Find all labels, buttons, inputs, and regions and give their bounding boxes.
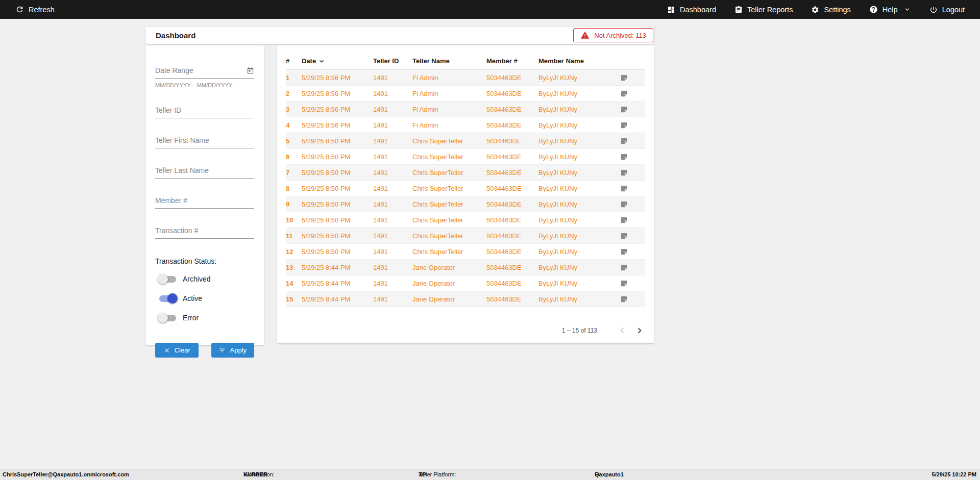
col-teller-id: Teller ID	[373, 57, 412, 65]
row-member-number: 5034463DE	[486, 90, 538, 97]
teller-id-input[interactable]	[155, 103, 254, 118]
table-header: # Date Teller ID Teller Name Member # Me…	[286, 53, 645, 70]
table-row[interactable]: 11 5/29/25 8:50 PM 1491 Chris SuperTelle…	[286, 228, 645, 244]
row-member-name: ByLyJI KUNy	[538, 106, 620, 113]
row-number: 14	[286, 280, 302, 287]
table-body: 1 5/29/25 8:56 PM 1491 Fi Admin 5034463D…	[286, 70, 645, 307]
table-row[interactable]: 2 5/29/25 8:56 PM 1491 Fi Admin 5034463D…	[286, 86, 645, 102]
col-date-label: Date	[302, 57, 316, 65]
nav-help[interactable]: Help	[869, 5, 911, 14]
page-title: Dashboard	[156, 31, 195, 40]
table-row[interactable]: 13 5/29/25 8:44 PM 1491 Jane Operator 50…	[286, 260, 645, 275]
statusbar-datetime: 5/29/25 10:22 PM	[932, 469, 976, 480]
teller-last-name-input[interactable]	[155, 163, 254, 179]
filter-icon	[218, 347, 226, 354]
toggle-row-archived: Archived	[155, 273, 254, 285]
col-member-name: Member Name	[538, 57, 620, 65]
table-row[interactable]: 5 5/29/25 8:50 PM 1491 Chris SuperTeller…	[286, 133, 645, 149]
row-teller-name: Chris SuperTeller	[412, 153, 486, 161]
row-member-number: 5034463DE	[486, 295, 538, 303]
calendar-icon[interactable]	[247, 67, 254, 74]
teller-first-name-input[interactable]	[155, 133, 254, 148]
table-row[interactable]: 6 5/29/25 8:50 PM 1491 Chris SuperTeller…	[286, 149, 645, 165]
note-icon[interactable]	[620, 232, 645, 240]
note-icon[interactable]	[620, 169, 645, 176]
sort-desc-icon	[317, 57, 326, 65]
row-number: 1	[286, 74, 302, 82]
nav-logout[interactable]: Logout	[929, 6, 965, 14]
note-icon[interactable]	[620, 216, 645, 224]
row-teller-name: Chris SuperTeller	[412, 169, 486, 176]
row-member-name: ByLyJI KUNy	[538, 280, 620, 287]
page-header: Dashboard Not Archived: 113	[145, 27, 654, 44]
nav-settings[interactable]: Settings	[811, 6, 850, 14]
table-row[interactable]: 9 5/29/25 8:50 PM 1491 Chris SuperTeller…	[286, 196, 645, 212]
col-date[interactable]: Date	[302, 57, 373, 65]
transaction-number-input[interactable]	[155, 223, 254, 239]
error-toggle-label: Error	[183, 314, 199, 322]
table-row[interactable]: 7 5/29/25 8:50 PM 1491 Chris SuperTeller…	[286, 165, 645, 181]
row-number: 3	[286, 106, 302, 113]
refresh-icon	[15, 5, 24, 14]
clear-icon	[163, 347, 170, 354]
table-row[interactable]: 15 5/29/25 8:44 PM 1491 Jane Operator 50…	[286, 291, 645, 307]
table-row[interactable]: 12 5/29/25 8:50 PM 1491 Chris SuperTelle…	[286, 244, 645, 260]
row-member-name: ByLyJI KUNy	[538, 137, 620, 145]
table-row[interactable]: 14 5/29/25 8:44 PM 1491 Jane Operator 50…	[286, 275, 645, 291]
topbar: Refresh Dashboard Teller Reports Setting…	[0, 0, 980, 19]
table-row[interactable]: 1 5/29/25 8:56 PM 1491 Fi Admin 5034463D…	[286, 70, 645, 86]
row-number: 6	[286, 153, 302, 161]
row-number: 7	[286, 169, 302, 176]
table-row[interactable]: 3 5/29/25 8:56 PM 1491 Fi Admin 5034463D…	[286, 102, 645, 117]
previous-page-icon[interactable]	[617, 325, 628, 336]
row-member-number: 5034463DE	[486, 106, 538, 113]
row-teller-name: Fi Admin	[412, 121, 486, 129]
clear-button[interactable]: Clear	[155, 343, 199, 358]
row-member-name: ByLyJI KUNy	[538, 169, 620, 176]
row-member-name: ByLyJI KUNy	[538, 248, 620, 256]
row-member-name: ByLyJI KUNy	[538, 216, 620, 224]
next-page-icon[interactable]	[634, 325, 645, 336]
row-teller-id: 1491	[373, 248, 412, 256]
row-teller-name: Chris SuperTeller	[412, 232, 486, 240]
row-teller-name: Fi Admin	[412, 74, 486, 82]
note-icon[interactable]	[620, 200, 645, 208]
row-member-number: 5034463DE	[486, 153, 538, 161]
note-icon[interactable]	[620, 106, 645, 113]
refresh-button[interactable]: Refresh	[15, 5, 55, 14]
table-row[interactable]: 4 5/29/25 8:56 PM 1491 Fi Admin 5034463D…	[286, 117, 645, 133]
note-icon[interactable]	[620, 264, 645, 271]
note-icon[interactable]	[620, 74, 645, 82]
note-icon[interactable]	[620, 185, 645, 192]
note-icon[interactable]	[620, 121, 645, 129]
active-toggle[interactable]	[159, 295, 176, 302]
row-number: 13	[286, 264, 302, 271]
clear-button-label: Clear	[175, 346, 190, 354]
row-date: 5/29/25 8:50 PM	[302, 169, 373, 176]
error-toggle[interactable]	[159, 315, 176, 321]
note-icon[interactable]	[620, 90, 645, 97]
apply-button[interactable]: Apply	[211, 343, 255, 358]
table-row[interactable]: 10 5/29/25 8:50 PM 1491 Chris SuperTelle…	[286, 212, 645, 228]
row-teller-name: Jane Operator	[412, 295, 486, 303]
transactions-table: # Date Teller ID Teller Name Member # Me…	[277, 45, 654, 343]
note-icon[interactable]	[620, 280, 645, 287]
member-number-input[interactable]	[155, 193, 254, 209]
note-icon[interactable]	[620, 137, 645, 145]
table-row[interactable]: 8 5/29/25 8:50 PM 1491 Chris SuperTeller…	[286, 181, 645, 196]
archived-toggle[interactable]	[159, 276, 176, 283]
row-teller-name: Jane Operator	[412, 264, 486, 271]
chevron-down-icon	[903, 6, 911, 13]
row-teller-id: 1491	[373, 264, 412, 271]
row-number: 10	[286, 216, 302, 224]
row-number: 8	[286, 185, 302, 192]
nav-dashboard[interactable]: Dashboard	[667, 6, 716, 14]
note-icon[interactable]	[620, 153, 645, 161]
nav-teller-reports[interactable]: Teller Reports	[734, 6, 793, 14]
col-member-number: Member #	[486, 57, 538, 65]
workstation-value: KURRER	[243, 469, 267, 480]
note-icon[interactable]	[620, 248, 645, 256]
note-icon[interactable]	[620, 295, 645, 303]
date-range-input[interactable]	[155, 63, 254, 79]
row-number: 5	[286, 137, 302, 145]
